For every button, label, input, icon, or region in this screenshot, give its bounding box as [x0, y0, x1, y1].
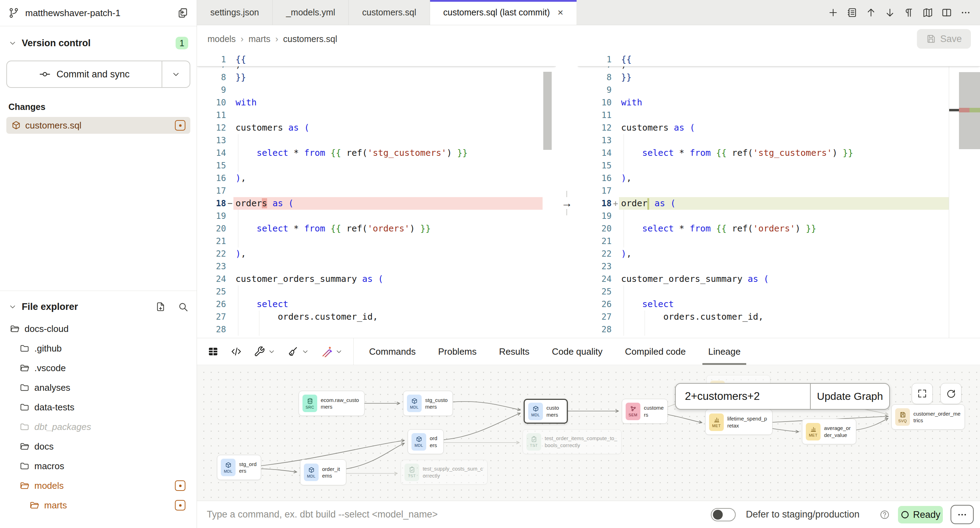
changed-file-row[interactable]: customers.sql	[6, 117, 190, 134]
indent-guide	[624, 210, 624, 222]
fullscreen-button[interactable]	[912, 383, 933, 404]
file-tree-item-macros[interactable]: macros	[0, 456, 197, 476]
line-number: 25	[197, 285, 226, 298]
code-line: ),	[235, 172, 246, 184]
lineage-node-sem[interactable]: SEMcustomers	[622, 399, 668, 424]
lineage-node-com[interactable]: SVQcustomer_order_metrics	[891, 404, 965, 430]
code-row: 23	[197, 260, 556, 273]
changes-count-badge: 1	[176, 37, 188, 49]
code-row: 10with	[578, 96, 980, 109]
file-tree-item-analyses[interactable]: analyses	[0, 378, 197, 397]
file-tree-item-docs-cloud[interactable]: docs-cloud	[0, 319, 197, 339]
wand-tool[interactable]	[321, 346, 343, 357]
close-icon[interactable]: ×	[558, 7, 563, 18]
breadcrumb-segment[interactable]: marts	[248, 34, 270, 44]
copy-branch-icon[interactable]	[177, 7, 188, 19]
tab--models-yml[interactable]: _models.yml	[273, 0, 349, 25]
notebook-icon[interactable]	[847, 7, 858, 18]
commit-options-dropdown[interactable]	[162, 61, 189, 87]
plus-icon[interactable]	[828, 7, 838, 18]
file-tree-item-dbt-packages[interactable]: dbt_packages	[0, 417, 197, 437]
diff-sign: −	[228, 197, 232, 210]
lineage-canvas[interactable]: SRCecom.raw_customersMDLstg_customersMDL…	[197, 366, 980, 501]
node-type-label: TST	[408, 474, 416, 478]
file-tree-item-data-tests[interactable]: data-tests	[0, 397, 197, 417]
code-line: select * from {{ ref('orders') }}	[621, 222, 816, 235]
split-icon[interactable]	[942, 7, 952, 18]
panel-tab-commands[interactable]: Commands	[369, 338, 416, 365]
breadcrumb-segment[interactable]: models	[207, 34, 236, 44]
dots-icon[interactable]	[960, 7, 971, 18]
editor-tab-actions	[828, 0, 980, 25]
breadcrumb-segment[interactable]: customers.sql	[283, 34, 337, 44]
node-label: customers	[546, 404, 563, 418]
line-number: 13	[197, 134, 226, 147]
file-tree-item--github[interactable]: .github	[0, 339, 197, 358]
file-tree-item-docs[interactable]: docs	[0, 437, 197, 456]
lineage-node-life[interactable]: METlifetime_spend_pretax	[705, 409, 773, 435]
book-icon[interactable]	[923, 7, 933, 18]
lineage-node-orders[interactable]: MDLorders	[407, 429, 444, 454]
sticky-context-line: 1{{	[578, 52, 980, 67]
panel-tab-problems[interactable]: Problems	[438, 338, 477, 365]
folder-open-icon	[20, 363, 29, 373]
line-number: 11	[197, 109, 226, 122]
update-graph-button[interactable]: Update Graph	[810, 384, 889, 409]
panel-tab-results[interactable]: Results	[499, 338, 530, 365]
revert-change-arrow-icon[interactable]: →	[560, 196, 574, 210]
folder-icon	[20, 461, 29, 471]
defer-toggle[interactable]	[711, 508, 736, 521]
help-icon[interactable]	[880, 510, 889, 520]
wrench-tool[interactable]	[254, 346, 275, 357]
more-options-button[interactable]	[951, 505, 974, 524]
svq-icon	[899, 411, 906, 418]
commit-and-sync-button[interactable]: Commit and sync	[7, 61, 162, 87]
edge-oitems-to-orders	[346, 443, 404, 469]
lineage-node-tst2[interactable]: TSTtest_supply_costs_sum_correctly	[401, 460, 488, 485]
code-row: 19	[578, 210, 980, 222]
panel-tab-compiled-code[interactable]: Compiled code	[625, 338, 686, 365]
search-icon[interactable]	[178, 301, 188, 312]
lineage-node-stgc[interactable]: MDLstg_customers	[403, 391, 453, 416]
tab-label: customers.sql	[362, 7, 416, 17]
diff-pane-current[interactable]: 1{{7)8}}910with1112customers as (1314 se…	[197, 52, 556, 338]
tab-settings-json[interactable]: settings.json	[197, 0, 273, 25]
code-line: order as (	[621, 197, 676, 210]
code-row: 21	[578, 235, 980, 247]
lineage-node-stgo[interactable]: MDLstg_orders	[217, 455, 261, 480]
line-number: 8	[578, 71, 612, 84]
code-tool[interactable]	[231, 346, 242, 357]
broom-tool[interactable]	[287, 346, 309, 357]
new-file-icon[interactable]	[155, 301, 166, 312]
edge-orders-to-cust	[444, 413, 520, 440]
indent-guide	[624, 134, 624, 147]
pilcrow-icon[interactable]	[904, 7, 914, 18]
tab-customers-sql[interactable]: customers.sql	[349, 0, 430, 25]
arrow-up-icon[interactable]	[866, 7, 876, 18]
file-explorer-header[interactable]: File explorer	[0, 295, 197, 319]
diff-pane-last-commit[interactable]: 1{{7)8}}910with1112customers as (1314 se…	[578, 52, 980, 338]
save-button[interactable]: Save	[917, 29, 971, 49]
line-number: 12	[197, 122, 226, 134]
code-row: 16),	[197, 172, 556, 184]
command-input[interactable]	[207, 501, 662, 528]
line-number: 16	[578, 172, 612, 184]
lineage-node-cust[interactable]: MDLcustomers	[523, 399, 568, 424]
file-tree-item-models[interactable]: models	[0, 476, 197, 495]
lineage-node-tst1[interactable]: TSTtest_order_items_compute_to_bools_cor…	[523, 429, 621, 454]
version-control-header[interactable]: Version control 1	[0, 32, 197, 54]
lineage-select-input[interactable]	[676, 384, 810, 409]
refresh-graph-button[interactable]	[940, 383, 961, 404]
panel-tab-code-quality[interactable]: Code quality	[552, 338, 603, 365]
file-tree-item-marts[interactable]: marts	[0, 495, 197, 515]
table-tool[interactable]	[207, 346, 219, 357]
panel-tab-lineage[interactable]: Lineage	[708, 338, 741, 365]
lineage-node-oitems[interactable]: MDLorder_items	[300, 459, 346, 485]
scrollbar-thumb[interactable]	[543, 72, 552, 150]
lineage-node-raw[interactable]: SRCecom.raw_customers	[299, 391, 364, 416]
lineage-node-avg[interactable]: METaverage_order_value	[802, 419, 856, 444]
arrow-down-icon[interactable]	[885, 7, 895, 18]
file-tree-item--vscode[interactable]: .vscode	[0, 358, 197, 378]
tab-customers-sql-last-commit-[interactable]: customers.sql (last commit)×	[430, 0, 577, 25]
code-row: 20 select * from {{ ref('orders') }}	[578, 222, 980, 235]
